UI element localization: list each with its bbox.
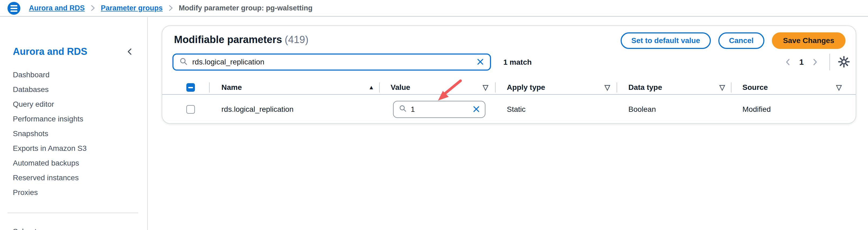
panel-title-text: Modifiable parameters [174, 34, 282, 45]
gear-icon[interactable] [837, 56, 850, 68]
pagination-divider [830, 54, 830, 70]
collapse-sidebar-icon[interactable] [125, 47, 134, 56]
sidebar-item-query-editor[interactable]: Query editor [0, 97, 147, 111]
current-page-number[interactable]: 1 [799, 58, 804, 67]
filter-icon[interactable]: ▽ [836, 81, 842, 94]
save-changes-button[interactable]: Save Changes [772, 32, 845, 49]
panel-actions: Set to default value Cancel Save Changes [621, 32, 845, 49]
filter-icon[interactable]: ▽ [483, 81, 488, 94]
sidebar-item-proxies[interactable]: Proxies [0, 185, 147, 200]
breadcrumb-separator-icon [90, 4, 96, 12]
sidebar-item-subnet-groups[interactable]: Subnet groups [0, 224, 147, 230]
parameter-value-editor[interactable] [393, 101, 486, 118]
breadcrumb-separator-icon [168, 4, 174, 12]
filter-icon[interactable]: ▽ [604, 81, 610, 94]
sidebar-item-dashboard[interactable]: Dashboard [0, 67, 147, 82]
source-cell: Modified [742, 95, 771, 124]
panel-title: Modifiable parameters(419) [174, 34, 308, 45]
column-header-name[interactable]: Name [221, 81, 242, 94]
sidebar-item-databases[interactable]: Databases [0, 82, 147, 97]
sidebar-title-aurora-rds[interactable]: Aurora and RDS [13, 46, 87, 57]
hamburger-menu-icon[interactable] [7, 2, 20, 15]
cancel-button[interactable]: Cancel [718, 32, 765, 49]
previous-page-icon[interactable] [782, 56, 794, 68]
modifiable-parameters-panel: Modifiable parameters(419) Set to defaul… [162, 25, 856, 124]
table-row: rds.logical_replication Static Boolean M… [162, 95, 856, 124]
parameter-name-cell: rds.logical_replication [221, 95, 293, 124]
top-navigation-bar: Aurora and RDS Parameter groups Modify p… [0, 0, 868, 17]
next-page-icon[interactable] [809, 56, 821, 68]
sidebar-nav-primary: Dashboard Databases Query editor Perform… [0, 67, 147, 200]
sidebar-item-reserved-instances[interactable]: Reserved instances [0, 170, 147, 185]
row-checkbox[interactable] [186, 95, 195, 124]
breadcrumb-link-aurora-rds[interactable]: Aurora and RDS [29, 4, 85, 12]
sidebar-divider [7, 212, 138, 213]
parameter-filter-field[interactable] [173, 54, 491, 71]
sidebar-item-automated-backups[interactable]: Automated backups [0, 156, 147, 170]
column-header-apply-type[interactable]: Apply type [507, 81, 545, 94]
clear-value-icon[interactable] [471, 105, 481, 114]
column-header-source[interactable]: Source [742, 81, 768, 94]
breadcrumb-link-parameter-groups[interactable]: Parameter groups [101, 4, 163, 12]
filter-icon[interactable]: ▽ [719, 81, 725, 94]
breadcrumb-current-page: Modify parameter group: pg-walsetting [179, 4, 313, 12]
sidebar-item-exports-s3[interactable]: Exports in Amazon S3 [0, 141, 147, 156]
match-count-label: 1 match [503, 58, 532, 67]
sidebar-item-performance-insights[interactable]: Performance insights [0, 111, 147, 126]
set-to-default-value-button[interactable]: Set to default value [621, 32, 711, 49]
breadcrumb: Aurora and RDS Parameter groups Modify p… [29, 0, 312, 16]
sidebar-nav-secondary: Subnet groups Parameter groups [0, 224, 147, 230]
parameter-value-input[interactable] [411, 105, 440, 114]
sort-ascending-icon[interactable]: ▲ [368, 81, 374, 94]
pagination: 1 [782, 54, 850, 71]
parameter-count: (419) [285, 34, 308, 45]
data-type-cell: Boolean [628, 95, 656, 124]
table-header-row: Name ▲ Value ▽ Apply type ▽ Data type ▽ … [162, 81, 856, 95]
column-header-value[interactable]: Value [391, 81, 410, 94]
indeterminate-checkbox-icon[interactable] [186, 83, 195, 92]
apply-type-cell: Static [507, 95, 526, 124]
side-navigation: Aurora and RDS Dashboard Databases Query… [0, 17, 148, 230]
clear-filter-icon[interactable] [475, 57, 485, 67]
select-all-checkbox[interactable] [186, 81, 195, 94]
column-header-data-type[interactable]: Data type [628, 81, 662, 94]
checkbox-unchecked-icon[interactable] [186, 105, 195, 114]
filter-input[interactable] [192, 58, 475, 66]
search-icon [179, 57, 188, 67]
sidebar-item-snapshots[interactable]: Snapshots [0, 126, 147, 141]
search-icon [399, 105, 407, 114]
